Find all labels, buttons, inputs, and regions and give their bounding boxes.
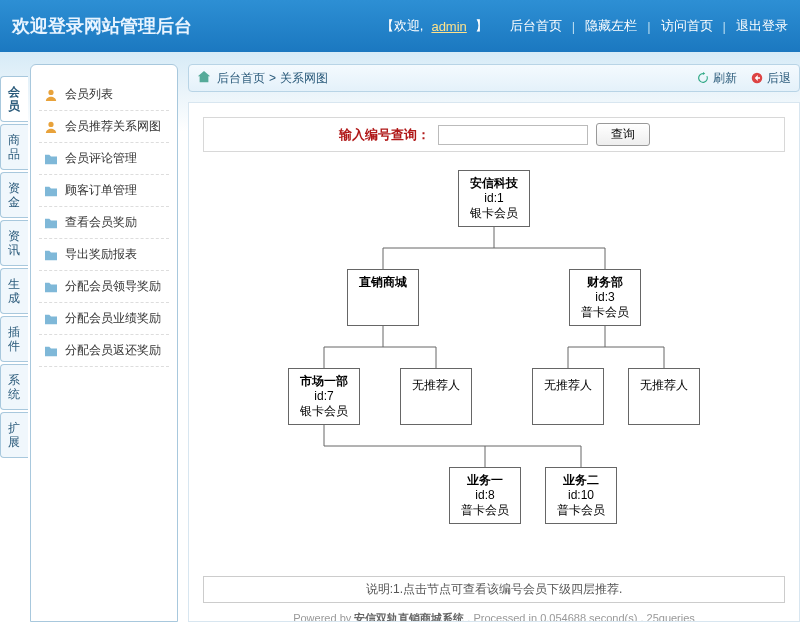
back-button[interactable]: 后退 [751,70,791,87]
tab-news[interactable]: 资讯 [0,220,28,266]
nav-hide-sidebar[interactable]: 隐藏左栏 [585,17,637,35]
tab-system[interactable]: 系统 [0,364,28,410]
user-icon [43,120,59,134]
node-none-1[interactable]: 无推荐人 [400,368,472,425]
note-text: 说明:1.点击节点可查看该编号会员下级四层推荐. [203,576,785,603]
category-tabs: 会员 商品 资金 资讯 生成 插件 系统 扩展 [0,52,30,622]
sidebar-item-1[interactable]: 会员推荐关系网图 [39,111,169,143]
welcome-left: 【欢迎, [381,17,424,35]
app-title: 欢迎登录网站管理后台 [12,14,192,38]
folder-icon [43,344,59,358]
node-yewu2[interactable]: 业务二id:10普卡会员 [545,467,617,524]
node-none-2[interactable]: 无推荐人 [532,368,604,425]
sidebar-item-label: 顾客订单管理 [65,182,137,199]
tab-fund[interactable]: 资金 [0,172,28,218]
tab-member[interactable]: 会员 [0,76,28,122]
tab-generate[interactable]: 生成 [0,268,28,314]
sidebar-item-4[interactable]: 查看会员奖励 [39,207,169,239]
crumb-current: 关系网图 [280,70,328,87]
sidebar-item-3[interactable]: 顾客订单管理 [39,175,169,207]
node-caiwu[interactable]: 财务部id:3普卡会员 [569,269,641,326]
sidebar: 会员列表会员推荐关系网图会员评论管理顾客订单管理查看会员奖励导出奖励报表分配会员… [30,64,178,622]
search-button[interactable]: 查询 [596,123,650,146]
nav-visit-front[interactable]: 访问首页 [661,17,713,35]
footer: Powered by 安信双轨直销商城系统 , Processed in 0.0… [189,607,799,622]
nav-logout[interactable]: 退出登录 [736,17,788,35]
crumb-sep: > [269,71,276,85]
sidebar-item-label: 会员评论管理 [65,150,137,167]
tab-extend[interactable]: 扩展 [0,412,28,458]
svg-point-1 [48,121,53,126]
crumb-home[interactable]: 后台首页 [217,70,265,87]
sidebar-item-label: 分配会员业绩奖励 [65,310,161,327]
folder-icon [43,184,59,198]
tab-plugin[interactable]: 插件 [0,316,28,362]
sidebar-item-label: 会员列表 [65,86,113,103]
folder-icon [43,280,59,294]
home-icon [197,70,211,87]
sidebar-item-0[interactable]: 会员列表 [39,79,169,111]
search-input[interactable] [438,125,588,145]
node-zhixiao[interactable]: 直销商城 [347,269,419,326]
folder-icon [43,216,59,230]
node-shichang[interactable]: 市场一部id:7银卡会员 [288,368,360,425]
folder-icon [43,248,59,262]
folder-icon [43,152,59,166]
welcome-right: 】 [475,17,488,35]
search-label: 输入编号查询： [339,126,430,144]
sidebar-item-label: 会员推荐关系网图 [65,118,161,135]
sidebar-item-7[interactable]: 分配会员业绩奖励 [39,303,169,335]
sidebar-item-label: 导出奖励报表 [65,246,137,263]
admin-name[interactable]: admin [431,19,466,34]
node-root[interactable]: 安信科技id:1银卡会员 [458,170,530,227]
sidebar-item-label: 查看会员奖励 [65,214,137,231]
node-none-3[interactable]: 无推荐人 [628,368,700,425]
folder-icon [43,312,59,326]
sidebar-item-5[interactable]: 导出奖励报表 [39,239,169,271]
sidebar-item-label: 分配会员返还奖励 [65,342,161,359]
user-icon [43,88,59,102]
sidebar-item-2[interactable]: 会员评论管理 [39,143,169,175]
tab-product[interactable]: 商品 [0,124,28,170]
sidebar-item-6[interactable]: 分配会员领导奖励 [39,271,169,303]
node-yewu1[interactable]: 业务一id:8普卡会员 [449,467,521,524]
refresh-button[interactable]: 刷新 [697,70,737,87]
sidebar-item-label: 分配会员领导奖励 [65,278,161,295]
nav-home[interactable]: 后台首页 [510,17,562,35]
svg-point-0 [48,89,53,94]
sidebar-item-8[interactable]: 分配会员返还奖励 [39,335,169,367]
